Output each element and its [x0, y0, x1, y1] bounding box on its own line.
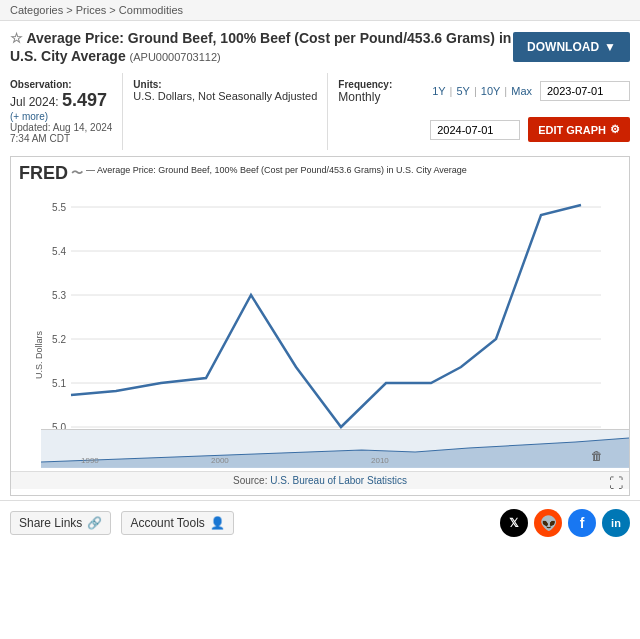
share-links-label: Share Links [19, 516, 82, 530]
svg-marker-18 [41, 438, 629, 468]
observation-label: Observation: [10, 79, 112, 90]
obs-more[interactable]: (+ more) [10, 111, 112, 122]
frequency-block: Frequency: Monthly [328, 73, 402, 150]
linkedin-icon: in [611, 517, 621, 529]
reddit-social-button[interactable]: 👽 [534, 509, 562, 537]
breadcrumb: Categories > Prices > Commodities [0, 0, 640, 21]
x-icon: 𝕏 [509, 516, 519, 530]
obs-time: 7:34 AM CDT [10, 133, 112, 144]
download-label: DOWNLOAD [527, 40, 599, 54]
obs-date: Jul 2024: [10, 95, 59, 109]
download-arrow-icon: ▼ [604, 40, 616, 54]
line-chart: 5.5 5.4 5.3 5.2 5.1 5.0 Sep 2023 Nov 202… [41, 187, 621, 457]
page-header: ☆ Average Price: Ground Beef, 100% Beef … [0, 21, 640, 73]
source-link[interactable]: U.S. Bureau of Labor Statistics [270, 475, 407, 486]
person-icon: 👤 [210, 516, 225, 530]
edit-graph-label: EDIT GRAPH [538, 124, 606, 136]
meta-right: 1Y | 5Y | 10Y | Max EDIT GRAPH ⚙ [402, 73, 640, 150]
trash-icon[interactable]: 🗑 [591, 449, 603, 463]
mini-chart-svg [41, 430, 629, 468]
reddit-icon: 👽 [540, 515, 557, 531]
social-icons: 𝕏 👽 f in [500, 509, 630, 537]
fred-text: FRED [19, 163, 68, 184]
title-star[interactable]: ☆ [10, 30, 23, 46]
mini-chart: 1990 2000 2010 🗑 [41, 429, 629, 467]
units-value: U.S. Dollars, Not Seasonally Adjusted [133, 90, 317, 102]
frequency-label: Frequency: [338, 79, 392, 90]
meta-row: Observation: Jul 2024: 5.497 (+ more) Up… [0, 73, 640, 150]
y-axis-label: U.S. Dollars [34, 331, 44, 379]
mini-x-1990: 1990 [81, 456, 99, 465]
svg-text:5.1: 5.1 [52, 378, 66, 389]
bottom-bar: Share Links 🔗 Account Tools 👤 𝕏 👽 f in [0, 500, 640, 545]
time-5y[interactable]: 5Y [456, 85, 469, 97]
fullscreen-icon[interactable]: ⛶ [609, 475, 623, 491]
bottom-left: Share Links 🔗 Account Tools 👤 [10, 511, 234, 535]
svg-text:5.3: 5.3 [52, 290, 66, 301]
account-tools-button[interactable]: Account Tools 👤 [121, 511, 234, 535]
svg-text:5.2: 5.2 [52, 334, 66, 345]
time-1y[interactable]: 1Y [432, 85, 445, 97]
series-id: (APU0000703112) [130, 51, 221, 63]
source-bar: Source: U.S. Bureau of Labor Statistics [11, 471, 629, 489]
share-links-button[interactable]: Share Links 🔗 [10, 511, 111, 535]
mini-x-2010: 2010 [371, 456, 389, 465]
download-button[interactable]: DOWNLOAD ▼ [513, 32, 630, 62]
obs-value: 5.497 [62, 90, 107, 110]
units-label: Units: [133, 79, 317, 90]
title-text: Average Price: Ground Beef, 100% Beef (C… [10, 30, 511, 64]
chart-series-label: — Average Price: Ground Beef, 100% Beef … [86, 165, 467, 175]
obs-updated: Updated: Aug 14, 2024 [10, 122, 112, 133]
fred-squiggle: 〜 [71, 165, 83, 182]
linkedin-social-button[interactable]: in [602, 509, 630, 537]
x-social-button[interactable]: 𝕏 [500, 509, 528, 537]
facebook-social-button[interactable]: f [568, 509, 596, 537]
facebook-icon: f [580, 515, 585, 531]
date-from-input[interactable] [540, 81, 630, 101]
mini-x-2000: 2000 [211, 456, 229, 465]
link-icon: 🔗 [87, 516, 102, 530]
account-tools-label: Account Tools [130, 516, 205, 530]
time-range-buttons: 1Y | 5Y | 10Y | Max [432, 85, 532, 97]
fred-logo: FRED 〜 [19, 163, 83, 184]
source-label: Source: [233, 475, 267, 486]
date-to-input[interactable] [430, 120, 520, 140]
frequency-value: Monthly [338, 90, 392, 104]
units-block: Units: U.S. Dollars, Not Seasonally Adju… [123, 73, 328, 150]
time-10y[interactable]: 10Y [481, 85, 501, 97]
observation-value: Jul 2024: 5.497 [10, 90, 112, 111]
edit-graph-button[interactable]: EDIT GRAPH ⚙ [528, 117, 630, 142]
page-title: ☆ Average Price: Ground Beef, 100% Beef … [10, 29, 513, 65]
svg-text:5.5: 5.5 [52, 202, 66, 213]
time-max[interactable]: Max [511, 85, 532, 97]
observation-block: Observation: Jul 2024: 5.497 (+ more) Up… [0, 73, 123, 150]
gear-icon: ⚙ [610, 123, 620, 136]
meta-left: Observation: Jul 2024: 5.497 (+ more) Up… [0, 73, 402, 150]
svg-text:5.4: 5.4 [52, 246, 66, 257]
chart-container: FRED 〜 — Average Price: Ground Beef, 100… [10, 156, 630, 496]
